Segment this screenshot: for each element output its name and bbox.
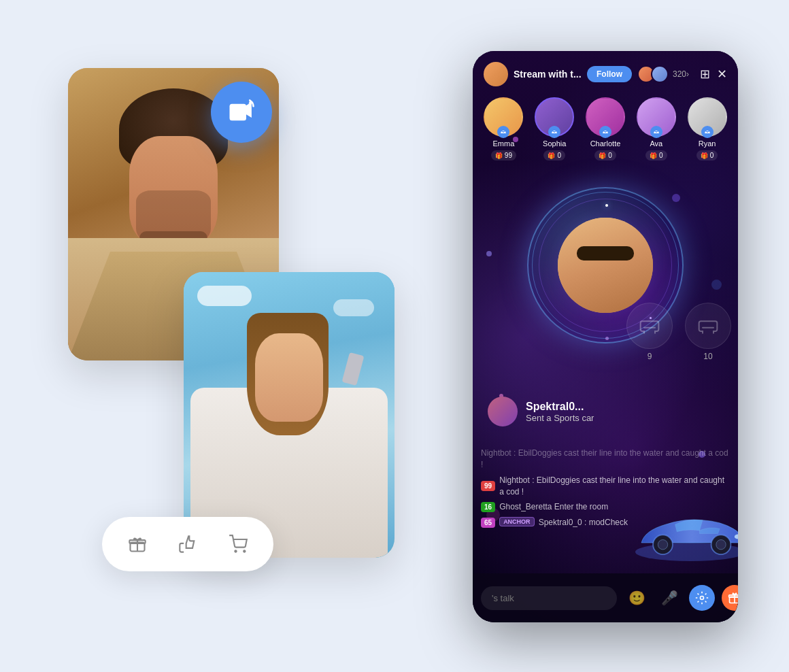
- left-section: [68, 68, 422, 585]
- ava-rank-badge: [650, 126, 662, 138]
- svg-point-3: [235, 550, 236, 552]
- chat-input-field[interactable]: [481, 586, 617, 610]
- ava-name: Ava: [650, 139, 662, 148]
- gift-description: Sent a Sports car: [526, 413, 723, 423]
- chat-msg-1: Nightbot : EbilDoggies cast their line i…: [481, 448, 730, 471]
- charlotte-score-icon: 🎁: [599, 152, 606, 159]
- emoji-icon: 🙂: [628, 590, 645, 606]
- ryan-score-val: 0: [710, 152, 714, 159]
- user-charlotte: Charlotte 🎁 0: [582, 97, 630, 161]
- svg-point-10: [716, 540, 726, 550]
- sophia-rank-badge: [548, 126, 560, 138]
- anchor-badge: ANCHOR: [499, 517, 535, 526]
- sophia-name: Sophia: [543, 139, 566, 148]
- stream-title: Stream with t...: [514, 69, 582, 80]
- seat-9-icon[interactable]: [626, 303, 673, 349]
- cart-icon-btn[interactable]: [223, 529, 253, 559]
- emma-name: Emma: [493, 139, 515, 148]
- chat-msg-3: 16 Ghost_Beretta Enter the room: [481, 501, 730, 513]
- viewer-avatars: 320›: [637, 65, 689, 83]
- sophia-score-icon: 🎁: [548, 152, 555, 159]
- charlotte-score-val: 0: [608, 152, 612, 159]
- user-ava: Ava 🎁 0: [632, 97, 680, 161]
- svg-point-8: [658, 540, 667, 550]
- user-sophia: Sophia 🎁 0: [531, 97, 579, 161]
- charlotte-avatar-wrap: [586, 97, 625, 137]
- gift-text-block: Spektral0... Sent a Sports car: [526, 401, 723, 423]
- emma-score-val: 99: [505, 152, 512, 159]
- gift-sender-name: Spektral0...: [526, 401, 723, 413]
- settings-button[interactable]: [689, 585, 715, 611]
- emma-avatar-wrap: [484, 97, 523, 137]
- ryan-score-icon: 🎁: [701, 152, 708, 159]
- emma-score: 🎁 99: [491, 150, 516, 161]
- follow-button[interactable]: Follow: [587, 66, 632, 82]
- chat-badge-99: 99: [481, 481, 495, 491]
- svg-point-4: [244, 550, 245, 552]
- ryan-name: Ryan: [699, 139, 716, 148]
- chat-badge-65: 65: [481, 518, 495, 528]
- viewer-avatar-2: [651, 65, 669, 83]
- charlotte-score: 🎁 0: [594, 150, 616, 161]
- seat-10: 10: [685, 303, 731, 361]
- ava-score-icon: 🎁: [650, 152, 657, 159]
- chat-msg-4: 65 ANCHOR Spektral0_0 : modCheck: [481, 517, 730, 528]
- like-icon-btn[interactable]: [173, 529, 203, 559]
- gift-notification: Spektral0... Sent a Sports car: [480, 391, 731, 432]
- chat-msg-2: 99 Nightbot : EbilDoggies cast their lin…: [481, 475, 730, 498]
- mic-icon: 🎤: [661, 590, 678, 606]
- ryan-score: 🎁 0: [696, 150, 718, 161]
- user-emma: Emma 🎁 99: [480, 97, 528, 161]
- stream-host-avatar: [484, 62, 508, 86]
- viewer-count: 320›: [673, 69, 689, 79]
- gift-action-icon: [728, 591, 738, 605]
- users-row: Emma 🎁 99 Sophia 🎁 0: [473, 93, 738, 165]
- stream-header: Stream with t... Follow 320› ⊞ ✕: [473, 51, 738, 93]
- settings-icon: [695, 591, 709, 605]
- seat-9: 9: [626, 303, 673, 361]
- charlotte-name: Charlotte: [590, 139, 621, 148]
- ryan-avatar-wrap: [688, 97, 727, 137]
- orb-inner-photo: [558, 218, 653, 313]
- header-icons: ⊞ ✕: [700, 67, 727, 82]
- seat-9-label: 9: [648, 352, 652, 361]
- chat-area: Nightbot : EbilDoggies cast their line i…: [473, 442, 738, 534]
- ava-avatar-wrap: [637, 97, 676, 137]
- gift-icon-btn[interactable]: [122, 529, 152, 559]
- stream-panel: Stream with t... Follow 320› ⊞ ✕: [473, 51, 738, 622]
- close-icon[interactable]: ✕: [717, 67, 727, 82]
- svg-rect-5: [230, 104, 247, 121]
- gift-button[interactable]: [722, 585, 738, 611]
- ava-score-val: 0: [659, 152, 663, 159]
- seat-10-icon[interactable]: [685, 303, 731, 349]
- chat-badge-16: 16: [481, 502, 495, 512]
- chat-msg-2-text: Nightbot : EbilDoggies cast their line i…: [499, 475, 730, 498]
- video-call-button[interactable]: [211, 82, 272, 143]
- sophia-score-val: 0: [557, 152, 561, 159]
- ryan-rank-badge: [701, 126, 714, 138]
- emma-score-icon: 🎁: [495, 152, 503, 159]
- svg-point-12: [701, 597, 704, 600]
- user-ryan: Ryan 🎁 0: [683, 97, 731, 161]
- emoji-button[interactable]: 🙂: [624, 585, 650, 611]
- sophia-score: 🎁 0: [543, 150, 565, 161]
- chat-msg-4-text: Spektral0_0 : modCheck: [539, 517, 628, 528]
- emma-rank-badge: [497, 126, 509, 138]
- woman-photo-card: [184, 272, 394, 558]
- mic-button[interactable]: 🎤: [656, 585, 682, 611]
- gift-sender-avatar: [488, 397, 518, 426]
- seat-10-label: 10: [703, 352, 712, 361]
- chat-msg-1-text: Nightbot : EbilDoggies cast their line i…: [481, 448, 730, 471]
- ava-score: 🎁 0: [645, 150, 667, 161]
- input-bar: 🙂 🎤: [473, 573, 738, 622]
- sophia-avatar-wrap: [535, 97, 574, 137]
- chat-msg-3-text: Ghost_Beretta Enter the room: [499, 501, 608, 513]
- expand-icon[interactable]: ⊞: [700, 67, 710, 82]
- action-bar: [102, 517, 273, 571]
- charlotte-rank-badge: [599, 126, 611, 138]
